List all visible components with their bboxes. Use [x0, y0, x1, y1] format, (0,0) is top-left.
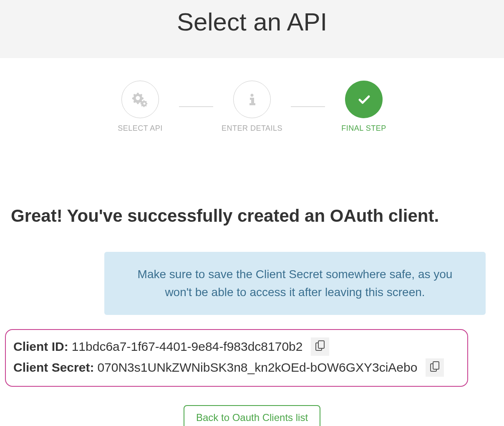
step-circle-2: [233, 81, 271, 118]
client-id-label: Client ID:: [13, 340, 68, 354]
copy-client-id-button[interactable]: [311, 337, 329, 356]
step-final: FINAL STEP: [330, 81, 398, 133]
step-label-1: SELECT API: [118, 124, 163, 133]
step-label-3: FINAL STEP: [341, 124, 386, 133]
success-heading: Great! You've successfully created an OA…: [11, 206, 494, 226]
client-id-value: 11bdc6a7-1f67-4401-9e84-f983dc8170b2: [72, 340, 303, 354]
main-content: Great! You've successfully created an OA…: [0, 206, 504, 426]
info-message-text: Make sure to save the Client Secret some…: [138, 268, 453, 299]
check-icon: [355, 90, 373, 109]
step-select-api: SELECT API: [106, 81, 174, 133]
step-circle-1: [121, 81, 159, 118]
client-secret-row: Client Secret: 070N3s1UNkZWNibSK3n8_kn2k…: [13, 358, 460, 377]
svg-point-2: [136, 96, 139, 100]
copy-icon: [315, 340, 325, 353]
svg-rect-8: [318, 341, 324, 348]
client-id-row: Client ID: 11bdc6a7-1f67-4401-9e84-f983d…: [13, 337, 460, 356]
step-circle-3: [345, 81, 383, 118]
page-title: Select an API: [0, 8, 504, 36]
page-header: Select an API: [0, 0, 504, 58]
back-to-list-button[interactable]: Back to Oauth Clients list: [184, 405, 320, 426]
step-enter-details: ENTER DETAILS: [218, 81, 286, 133]
copy-client-secret-button[interactable]: [426, 358, 444, 377]
step-label-2: ENTER DETAILS: [222, 124, 282, 133]
step-divider-2: [291, 106, 325, 107]
copy-icon: [429, 361, 440, 374]
gears-icon: [131, 90, 149, 109]
info-message-box: Make sure to save the Client Secret some…: [104, 252, 486, 315]
stepper: SELECT API ENTER DETAILS FINAL STEP: [0, 81, 504, 133]
svg-rect-10: [433, 362, 439, 369]
client-secret-value: 070N3s1UNkZWNibSK3n8_kn2kOEd-bOW6GXY3ciA…: [97, 360, 417, 375]
back-button-container: Back to Oauth Clients list: [10, 405, 494, 426]
client-secret-label: Client Secret:: [13, 360, 94, 375]
info-icon: [244, 92, 260, 107]
svg-rect-6: [249, 103, 255, 105]
svg-point-3: [251, 94, 254, 97]
svg-point-1: [144, 103, 146, 105]
credentials-box: Client ID: 11bdc6a7-1f67-4401-9e84-f983d…: [5, 329, 468, 387]
step-divider-1: [179, 106, 213, 107]
